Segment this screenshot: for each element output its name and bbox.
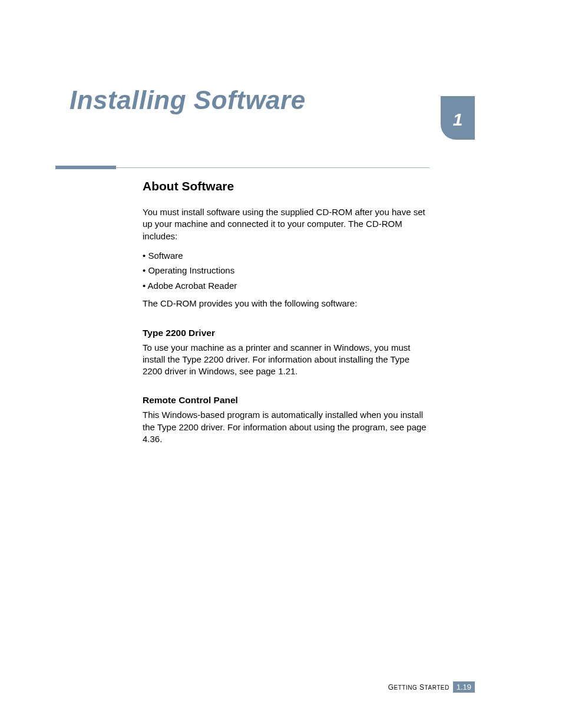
page-title: Installing Software bbox=[70, 85, 306, 115]
bullet-list: • Software • Operating Instructions • Ad… bbox=[143, 248, 431, 294]
intro-paragraph: You must install software using the supp… bbox=[143, 206, 431, 242]
footer-page-number: 1.19 bbox=[453, 681, 475, 693]
subsection-driver: Type 2200 Driver To use your machine as … bbox=[143, 328, 431, 378]
list-item: • Adobe Acrobat Reader bbox=[143, 278, 431, 294]
after-bullets-paragraph: The CD-ROM provides you with the followi… bbox=[143, 298, 431, 309]
list-item: • Operating Instructions bbox=[143, 263, 431, 278]
subsection-body: This Windows-based program is automatica… bbox=[143, 409, 431, 445]
section-divider bbox=[55, 167, 429, 168]
chapter-tab: 1 bbox=[441, 96, 475, 140]
subsection-remote-control: Remote Control Panel This Windows-based … bbox=[143, 395, 431, 445]
content-area: About Software You must install software… bbox=[143, 179, 431, 451]
chapter-number: 1 bbox=[453, 110, 463, 130]
list-item: • Software bbox=[143, 248, 431, 263]
section-heading: About Software bbox=[143, 179, 431, 193]
footer-section-label: GETTING STARTED bbox=[388, 683, 449, 691]
subsection-heading: Type 2200 Driver bbox=[143, 328, 431, 338]
subsection-heading: Remote Control Panel bbox=[143, 395, 431, 406]
subsection-body: To use your machine as a printer and sca… bbox=[143, 342, 431, 378]
page-footer: GETTING STARTED 1.19 bbox=[388, 681, 475, 693]
